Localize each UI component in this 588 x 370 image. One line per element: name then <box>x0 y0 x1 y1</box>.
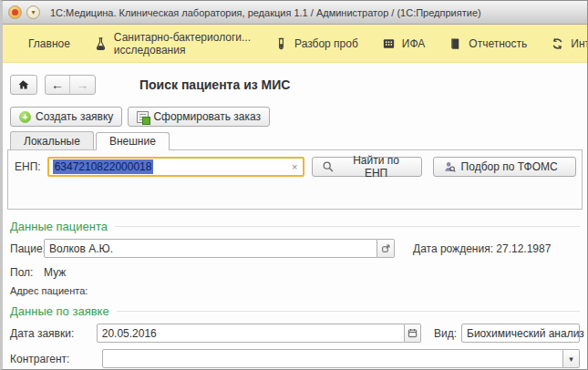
patient-label: Пацие... <box>10 242 44 255</box>
enp-value: 6347210822000018 <box>53 159 154 174</box>
window-menu-button[interactable]: ▾ <box>26 5 40 19</box>
contractor-row: Контрагент: ▾ <box>10 349 580 368</box>
app-logo-button[interactable] <box>8 5 22 19</box>
request-date-field[interactable]: 20.05.2016 <box>97 324 405 343</box>
gender-label: Пол: <box>10 266 44 279</box>
kind-value: Биохимический анализ кр <box>467 327 588 340</box>
forward-button[interactable]: → <box>70 76 95 94</box>
calendar-icon <box>407 328 418 338</box>
contractor-dropdown-button[interactable]: ▾ <box>563 349 580 368</box>
menu-label: Разбор проб <box>294 37 358 50</box>
form-order-button[interactable]: Сформировать заказ <box>128 107 270 127</box>
clear-icon[interactable]: × <box>290 161 299 172</box>
tab-vneshnie[interactable]: Внешние <box>96 132 170 150</box>
request-date-value: 20.05.2016 <box>102 327 157 340</box>
menu-label: Главное <box>28 37 70 50</box>
create-request-label: Создать заявку <box>36 110 113 123</box>
enp-label: ЕНП: <box>15 160 41 173</box>
patient-field[interactable]: Волков А.Ю. <box>44 239 377 258</box>
plus-icon: + <box>19 111 31 123</box>
request-date-label: Дата заявки: <box>10 327 97 340</box>
history-buttons: ← → <box>45 75 96 95</box>
menu-item-sanbak[interactable]: Санитарно-бактериологи...исследования <box>94 31 251 57</box>
menu-label: ИФА <box>402 37 426 50</box>
request-section-header: Данные по заявке <box>10 304 580 318</box>
menu-label: Отчетность <box>469 37 527 50</box>
tfoms-select-button[interactable]: Подбор по ТФОМС <box>433 157 576 177</box>
menu-label: Санитарно-бактериологи...исследования <box>114 31 251 57</box>
contractor-label: Контрагент: <box>10 353 102 365</box>
patient-section-header: Данные пациента <box>10 220 580 233</box>
tab-strip: Локальные Внешние <box>10 131 587 149</box>
kind-field[interactable]: Биохимический анализ кр <box>461 324 580 343</box>
address-row: Адрес пациента: <box>10 285 580 296</box>
gender-value: Муж <box>44 266 66 279</box>
menu-item-integraciya[interactable]: Интеграция <box>551 36 588 51</box>
address-label: Адрес пациента: <box>10 285 88 296</box>
title-bar: ▾ 1С:Медицина. Клиническая лаборатория, … <box>3 1 587 25</box>
patient-row: Пацие... Волков А.Ю. Дата рождения: 27.1… <box>10 239 580 258</box>
menu-item-razbor-prob[interactable]: Разбор проб <box>274 36 358 51</box>
kind-label: Вид: <box>434 327 457 340</box>
menu-label: Интеграция <box>571 37 588 50</box>
app-logo-icon <box>12 9 18 15</box>
tab-lokalnye[interactable]: Локальные <box>10 131 94 149</box>
create-request-button[interactable]: + Создать заявку <box>10 107 122 127</box>
menu-item-ifa[interactable]: ИФА <box>382 36 426 51</box>
home-button[interactable] <box>10 75 37 95</box>
app-window: ▾ 1С:Медицина. Клиническая лаборатория, … <box>0 0 588 370</box>
request-date-row: Дата заявки: 20.05.2016 Вид: Биохимическ… <box>10 324 580 343</box>
find-by-enp-label: Найти по ЕНП <box>340 154 411 180</box>
section-rule <box>117 311 580 312</box>
flask-icon <box>94 36 108 51</box>
main-menu-bar: Главное Санитарно-бактериологи...исследо… <box>3 25 587 63</box>
section-rule <box>115 226 580 227</box>
birth-date-text: Дата рождения: 27.12.1987 <box>413 242 551 255</box>
order-document-icon <box>137 111 149 123</box>
tfoms-select-label: Подбор по ТФОМС <box>461 160 558 173</box>
enp-row: ЕНП: 6347210822000018 × Найти по ЕНП Под… <box>15 157 576 177</box>
back-button[interactable]: ← <box>46 76 70 94</box>
person-search-icon <box>443 160 456 173</box>
navigation-row: ← → Поиск пациента из МИС <box>10 75 587 95</box>
open-patient-button[interactable] <box>377 239 395 258</box>
request-section-title: Данные по заявке <box>10 304 109 318</box>
form-body: Данные пациента Пацие... Волков А.Ю. Дат… <box>3 220 587 370</box>
form-order-label: Сформировать заказ <box>153 110 261 123</box>
menu-item-otchetnost[interactable]: Отчетность <box>449 36 527 51</box>
patient-section-title: Данные пациента <box>10 220 108 233</box>
find-by-enp-button[interactable]: Найти по ЕНП <box>312 157 421 177</box>
sync-icon <box>551 36 564 51</box>
page-title: Поиск пациента из МИС <box>139 77 290 92</box>
test-tube-icon <box>274 36 288 51</box>
patient-value: Волков А.Ю. <box>49 242 113 255</box>
home-icon <box>17 78 30 91</box>
plate-icon <box>382 36 396 51</box>
menu-item-glavnoe[interactable]: Главное <box>28 37 70 50</box>
search-icon <box>322 160 335 173</box>
command-bar: + Создать заявку Сформировать заказ <box>10 107 587 127</box>
contractor-field[interactable] <box>102 349 563 368</box>
open-link-icon <box>381 243 391 253</box>
calendar-button[interactable] <box>405 324 421 343</box>
window-title: 1С:Медицина. Клиническая лаборатория, ре… <box>50 7 481 18</box>
enp-input[interactable]: 6347210822000018 × <box>47 157 305 177</box>
report-icon <box>449 36 462 51</box>
gender-row: Пол: Муж <box>10 266 580 279</box>
external-search-panel: ЕНП: 6347210822000018 × Найти по ЕНП Под… <box>7 149 583 210</box>
